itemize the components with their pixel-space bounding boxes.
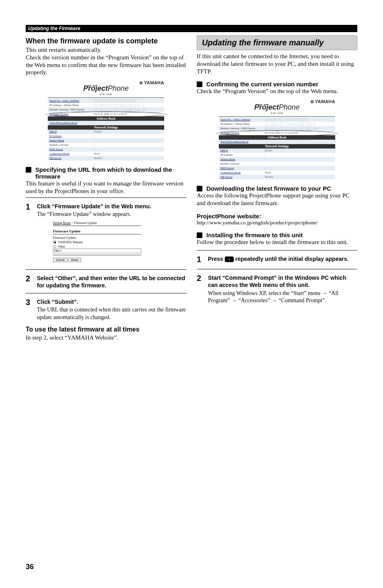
- val-subnet: -: [92, 138, 164, 143]
- model-label: PJP-50R: [48, 93, 164, 96]
- radio-yamaha-website[interactable]: YAMAHA Website: [53, 240, 141, 244]
- row-dhcp[interactable]: DHCP: [48, 130, 92, 134]
- val-sip: Disable: [92, 156, 164, 161]
- row-defgw: Default Gateway: [219, 162, 263, 166]
- model-label: PJP-50R: [219, 112, 335, 115]
- right-step-1-number: 1: [197, 255, 202, 263]
- row-ipaddr: IP Address: [219, 153, 263, 157]
- confirm-version-subhead: Confirming the current version number: [206, 81, 318, 87]
- arrow-icon: →: [322, 290, 327, 296]
- left-intro2: Check the version number in the “Program…: [26, 54, 186, 76]
- specify-url-subhead: Specifying the URL from which to downloa…: [35, 166, 186, 180]
- val-dns: -: [92, 147, 164, 152]
- arrow-icon: →: [231, 297, 237, 303]
- projectphone-logo: ⌣ ⌣ ProjectPhone: [254, 103, 299, 112]
- val-defgw: -: [92, 143, 164, 147]
- row-subnet[interactable]: Subnet Mask: [48, 138, 92, 143]
- left-column: When the firmware update is complete Thi…: [26, 35, 186, 342]
- row-program-version[interactable]: Program Version: [48, 112, 92, 116]
- row-dns[interactable]: DNS Server: [219, 166, 263, 171]
- radio-icon: [53, 240, 56, 244]
- row-program-version[interactable]: Program Version: [219, 131, 263, 135]
- firmware-update-label: Firmware Update:: [53, 236, 141, 240]
- latest-firmware-heading: To use the latest firmware at all times: [26, 326, 186, 333]
- bullet-square-icon: [197, 81, 202, 87]
- projectphone-website-url: http://www.yamaha.co.jp/english/product/…: [197, 220, 357, 226]
- firmware-url-input[interactable]: [53, 248, 141, 253]
- view-edit-address-book[interactable]: View/Edit Address Book: [219, 140, 335, 144]
- menu-button-icon: ≡: [225, 256, 234, 262]
- device-info-table: Serial No. / MAC Address░░░░░░ ░░ ░░░░░ …: [48, 99, 164, 116]
- radio-other-label: Other: [58, 245, 65, 248]
- row-conn[interactable]: Connection Mode: [48, 152, 92, 156]
- address-book-bar: Address Book: [219, 135, 335, 140]
- right-step-2-body: When using Windows XP, select the “Start…: [208, 290, 357, 304]
- bullet-square-icon: [197, 232, 202, 238]
- network-settings-table: DHCPEnable IP Address- Subnet Mask- Defa…: [48, 130, 164, 161]
- row-conn[interactable]: Connection Mode: [219, 171, 263, 175]
- step-3-title: Click “Submit”.: [37, 298, 186, 305]
- row-dns[interactable]: DNS Server: [48, 147, 92, 152]
- row-gateway: Default Gateway / DNS Server: [219, 126, 263, 131]
- val-subnet: -: [263, 157, 335, 162]
- right-step-2-number: 2: [197, 274, 202, 304]
- view-edit-address-book[interactable]: View/Edit Address Book: [48, 121, 164, 125]
- s2b1: When using Windows XP, select the “Start…: [208, 290, 322, 296]
- val-sip: Disable: [263, 175, 335, 179]
- device-info-table: Serial No. / MAC Address░░░░░░ ░░ ░░░░░ …: [219, 118, 335, 135]
- row-subnet[interactable]: Subnet Mask: [219, 157, 263, 162]
- crumb-rest: > Firmware Update: [71, 221, 97, 225]
- step-1-title: Click “Firmware Update” in the Web menu.: [37, 203, 151, 210]
- right-step-1-title: Press ≡ repeatedly until the initial dis…: [208, 255, 348, 262]
- download-latest-body: Access the following ProjectPhone suppor…: [197, 192, 357, 207]
- submit-button[interactable]: Submit: [53, 258, 67, 262]
- logo-part2: Phone: [108, 84, 128, 92]
- manual-update-title-bar: Updating the firmware manually: [197, 35, 357, 50]
- val-program-version: DT 0.94 2006.11.14 21:04:40: [263, 131, 335, 135]
- radio-other[interactable]: Other: [53, 245, 141, 248]
- row-sip[interactable]: SIP Server: [219, 175, 263, 179]
- network-settings-bar: Network Settings: [219, 144, 335, 149]
- radio-icon: [53, 245, 56, 248]
- row-serial[interactable]: Serial No. / MAC Address: [219, 118, 263, 122]
- arrow-icon: →: [271, 297, 277, 303]
- network-settings-bar: Network Settings: [48, 125, 164, 130]
- right-column: Updating the firmware manually If this u…: [197, 35, 357, 342]
- reset-button[interactable]: Reset: [68, 258, 81, 262]
- val-gateway: ░░ ░░░ ░░░ ░░ / ░░ ░░░ ░░░ ░░: [263, 126, 335, 131]
- val-program-version: DT 0.92 2006.11.30 12:30:25: [92, 112, 164, 116]
- step1-text-a: Press: [208, 256, 225, 262]
- projectphone-logo: ⌣ ⌣ ProjectPhone: [83, 84, 128, 93]
- val-serial: ░░░░░░ ░░ ░░░░░ ░░░░░: [92, 99, 164, 103]
- row-serial[interactable]: Serial No. / MAC Address: [48, 99, 92, 103]
- firmware-update-screenshot: Setting Home > Firmware Update Firmware …: [53, 221, 141, 262]
- val-conn: Mesh: [263, 171, 335, 175]
- val-dns: -: [263, 166, 335, 171]
- network-settings-table: DHCPEnable IP Address- Subnet Mask- Defa…: [219, 149, 335, 179]
- val-ipaddr: -: [263, 153, 335, 157]
- bullet-square-icon: [26, 167, 31, 173]
- address-book-bar: Address Book: [48, 116, 164, 121]
- right-web-screenshot: YAMAHA ⌣ ⌣ ProjectPhone PJP-50R Serial N…: [197, 99, 357, 179]
- step-2-title: Select “Other”, and then enter the URL t…: [37, 275, 186, 289]
- row-ipaddr[interactable]: IP Address: [48, 134, 92, 138]
- crumb-home[interactable]: Setting Home: [53, 221, 71, 225]
- val-ip: ░░ ░░░ ░░░ ░ / ░░░ ░░░ ░░░ ░: [92, 103, 164, 108]
- row-ip: IP Address / Subnet Mask: [219, 122, 263, 126]
- logo-part2: Phone: [279, 103, 299, 111]
- step1-text-b: repeatedly until the initial display app…: [234, 256, 348, 262]
- breadcrumb: Setting Home > Firmware Update: [53, 221, 141, 225]
- bullet-square-icon: [197, 186, 202, 191]
- confirm-version-body: Check the “Program Version” on the top o…: [197, 87, 357, 95]
- firmware-update-title: Firmware Update: [53, 229, 141, 233]
- s2b4: “Command Prompt”.: [277, 297, 326, 303]
- val-defgw: -: [263, 162, 335, 166]
- val-conn: Mesh: [92, 152, 164, 156]
- specify-url-body: This feature is useful if you want to ma…: [26, 180, 186, 195]
- row-sip[interactable]: SIP Server: [48, 156, 92, 161]
- step-3-body: The URL that is connected when this unit…: [37, 306, 186, 321]
- left-web-screenshot: YAMAHA ⌣ ⌣ ProjectPhone PJP-50R Serial N…: [26, 80, 186, 161]
- s2b3: “Accessories”: [237, 297, 271, 303]
- row-dhcp[interactable]: DHCP: [219, 149, 263, 153]
- val-ipaddr: -: [92, 134, 164, 138]
